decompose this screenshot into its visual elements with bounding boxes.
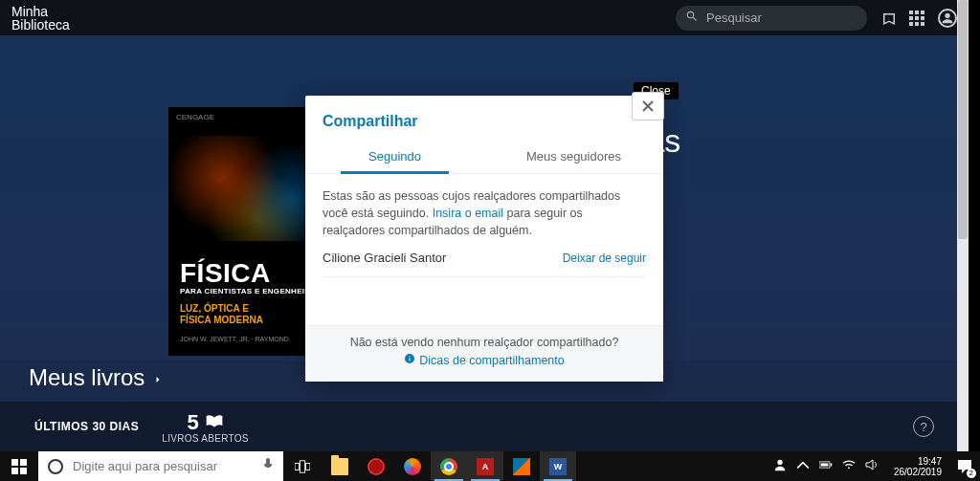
taskbar-app-matlab[interactable] — [503, 451, 540, 481]
people-icon[interactable] — [773, 458, 787, 475]
taskbar-app-firefox[interactable] — [394, 451, 431, 481]
modal-header: Compartilhar — [305, 96, 663, 140]
action-center-button[interactable]: 2 — [949, 451, 980, 481]
open-book-icon — [205, 414, 224, 431]
task-view-button[interactable] — [283, 451, 322, 481]
svg-rect-3 — [20, 468, 27, 474]
modal-footer: Não está vendo nenhum realçador comparti… — [305, 325, 663, 382]
clock-date: 26/02/2019 — [894, 467, 942, 477]
cortana-icon — [48, 459, 63, 474]
taskbar-app-word[interactable]: W — [540, 451, 576, 481]
my-books-label: Meus livros — [29, 364, 145, 391]
account-icon[interactable] — [938, 9, 957, 28]
svg-rect-10 — [820, 463, 828, 466]
open-books-label: LIVROS ABERTOS — [162, 433, 249, 444]
modal-title: Compartilhar — [323, 113, 646, 130]
svg-rect-5 — [295, 463, 299, 470]
sharing-tips-link[interactable]: Dicas de compartilhamento — [404, 353, 564, 367]
search-box[interactable] — [676, 6, 867, 31]
svg-point-8 — [777, 459, 782, 464]
system-tray[interactable] — [766, 451, 886, 481]
open-books-stat: 5 LIVROS ABERTOS — [162, 410, 249, 444]
close-button[interactable] — [632, 92, 664, 120]
mic-icon[interactable] — [262, 457, 274, 476]
svg-rect-7 — [306, 463, 310, 470]
modal-description: Estas são as pessoas cujos realçadores c… — [323, 187, 646, 239]
app-window: Minha Biblioteca CENGAGE FÍSICA PARA CIE… — [0, 0, 969, 451]
search-icon — [685, 10, 699, 27]
following-user-row: Cilione Gracieli Santor Deixar de seguir — [323, 239, 646, 277]
share-modal: Compartilhar Seguindo Meus seguidores Es… — [305, 96, 663, 382]
matlab-icon — [513, 458, 530, 475]
chevron-right-icon — [152, 364, 164, 391]
tab-following[interactable]: Seguindo — [305, 140, 484, 173]
library-icon[interactable] — [880, 11, 896, 26]
last-30-days-label: ÚLTIMOS 30 DIAS — [34, 420, 139, 433]
footer-question: Não está vendo nenhum realçador comparti… — [323, 336, 646, 349]
taskbar-search[interactable] — [38, 451, 283, 481]
battery-icon[interactable] — [819, 458, 833, 475]
wifi-icon[interactable] — [842, 458, 856, 475]
logo-line-2: Biblioteca — [11, 18, 70, 32]
start-button[interactable] — [0, 451, 38, 481]
chrome-icon — [440, 458, 457, 475]
taskbar-app-explorer[interactable] — [322, 451, 358, 481]
taskbar-app-opera[interactable] — [358, 451, 394, 481]
svg-rect-0 — [11, 459, 18, 466]
pdf-icon: A — [477, 458, 494, 475]
header-bar: Minha Biblioteca — [0, 0, 969, 35]
firefox-icon — [404, 458, 421, 475]
open-books-count: 5 — [187, 410, 198, 435]
svg-rect-11 — [831, 463, 833, 466]
modal-tabs: Seguindo Meus seguidores — [305, 140, 663, 174]
unfollow-link[interactable]: Deixar de seguir — [563, 251, 646, 265]
folder-icon — [331, 458, 348, 475]
app-logo: Minha Biblioteca — [11, 5, 70, 32]
taskbar-app-chrome[interactable] — [431, 451, 467, 481]
modal-body: Estas são as pessoas cujos realçadores c… — [305, 174, 663, 277]
following-user-name: Cilione Gracieli Santor — [323, 251, 446, 265]
opera-icon — [368, 458, 385, 475]
help-button[interactable]: ? — [913, 416, 934, 437]
tab-followers[interactable]: Meus seguidores — [484, 140, 663, 173]
svg-rect-6 — [300, 460, 304, 471]
svg-rect-2 — [11, 468, 18, 474]
windows-taskbar: A W 19:47 26/02/2019 2 — [0, 451, 980, 481]
taskbar-apps: A W — [322, 451, 576, 481]
apps-grid-icon[interactable] — [909, 11, 924, 26]
notification-badge: 2 — [967, 469, 976, 478]
search-input[interactable] — [706, 11, 858, 25]
stats-footer: ÚLTIMOS 30 DIAS 5 LIVROS ABERTOS ? — [0, 402, 969, 451]
header-actions — [880, 9, 957, 28]
scrollbar-thumb[interactable] — [958, 0, 968, 239]
clock-time: 19:47 — [894, 456, 942, 467]
volume-icon[interactable] — [865, 458, 879, 475]
svg-rect-1 — [20, 459, 27, 466]
publisher-label: CENGAGE — [176, 113, 214, 121]
info-icon — [404, 353, 415, 367]
taskbar-app-acrobat[interactable]: A — [467, 451, 503, 481]
taskbar-clock[interactable]: 19:47 26/02/2019 — [886, 451, 949, 481]
word-icon: W — [549, 458, 567, 475]
my-books-heading[interactable]: Meus livros — [29, 364, 164, 391]
page-scrollbar[interactable] — [957, 0, 969, 451]
taskbar-search-input[interactable] — [73, 459, 253, 473]
enter-email-link[interactable]: Insira o email — [433, 207, 503, 220]
tray-chevron-up-icon[interactable] — [796, 458, 810, 475]
logo-line-1: Minha — [11, 5, 70, 18]
